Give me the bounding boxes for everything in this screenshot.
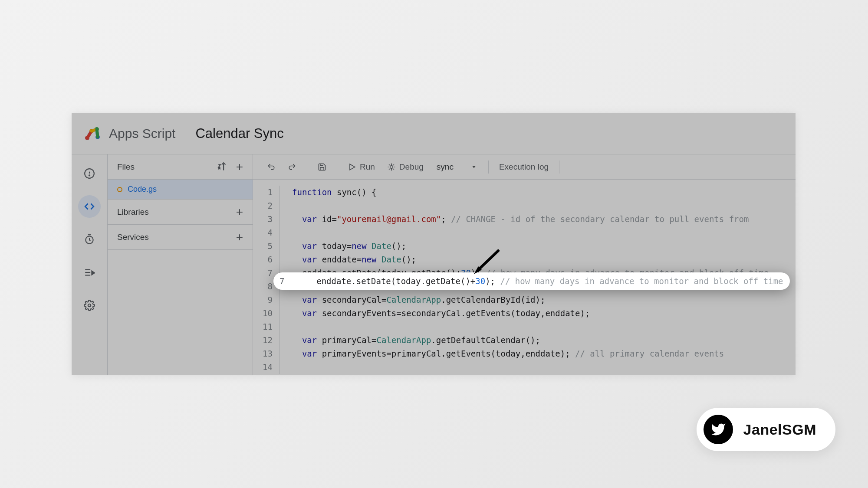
function-select[interactable]: sync <box>431 162 483 172</box>
triggers-icon[interactable] <box>78 228 101 251</box>
files-header: Files + <box>108 154 253 180</box>
svg-point-6 <box>89 175 90 176</box>
sort-az-icon[interactable] <box>217 161 228 173</box>
svg-marker-13 <box>350 164 355 170</box>
left-rail <box>72 154 107 375</box>
line-number: 13 <box>253 347 280 360</box>
titlebar: Apps Script Calendar Sync <box>72 113 796 154</box>
libraries-header: Libraries + <box>108 200 253 225</box>
app-name: Apps Script <box>109 126 175 141</box>
divider <box>307 160 307 174</box>
divider <box>337 160 337 174</box>
line-number: 9 <box>253 293 280 307</box>
overview-icon[interactable] <box>78 162 101 185</box>
function-selected: sync <box>437 162 454 172</box>
divider <box>559 160 559 174</box>
svg-point-14 <box>390 165 393 168</box>
credit-handle: JanelSGM <box>743 421 816 438</box>
file-sidebar: Files + Code.gs Libraries + Services + <box>107 154 253 375</box>
line-number: 6 <box>253 253 280 266</box>
run-label: Run <box>360 162 375 172</box>
line-number: 4 <box>253 226 280 239</box>
app-window: Apps Script Calendar Sync Files <box>72 113 796 375</box>
line-number: 14 <box>253 360 280 374</box>
undo-button[interactable] <box>262 158 281 176</box>
line-number: 12 <box>253 334 280 347</box>
chevron-down-icon <box>471 164 477 170</box>
line-number: 1 <box>253 186 280 199</box>
credit-badge[interactable]: JanelSGM <box>697 408 835 451</box>
highlight-line-number: 7 <box>279 276 296 286</box>
svg-marker-11 <box>92 271 95 275</box>
editor-panel: Run Debug sync Execution log 1function s… <box>253 154 796 375</box>
apps-script-logo-icon <box>84 125 101 142</box>
execution-log-label: Execution log <box>499 162 549 172</box>
settings-icon[interactable] <box>78 294 101 317</box>
app-body: Files + Code.gs Libraries + Services + <box>72 154 796 375</box>
line-number: 11 <box>253 320 280 334</box>
editor-icon[interactable] <box>78 195 101 218</box>
save-button[interactable] <box>312 158 332 176</box>
run-button[interactable]: Run <box>342 158 380 176</box>
editor-toolbar: Run Debug sync Execution log <box>253 154 796 180</box>
executions-icon[interactable] <box>78 261 101 284</box>
twitter-icon <box>704 415 733 444</box>
line-number: 2 <box>253 199 280 213</box>
line-number: 3 <box>253 213 280 226</box>
line-number: 10 <box>253 307 280 320</box>
unsaved-indicator-icon <box>117 187 122 192</box>
file-name: Code.gs <box>128 185 157 194</box>
services-header: Services + <box>108 225 253 250</box>
add-library-icon[interactable]: + <box>236 205 243 219</box>
redo-button[interactable] <box>283 158 302 176</box>
svg-point-12 <box>88 304 91 307</box>
debug-button[interactable]: Debug <box>382 158 429 176</box>
project-name[interactable]: Calendar Sync <box>195 126 283 141</box>
add-service-icon[interactable]: + <box>236 230 243 244</box>
debug-label: Debug <box>399 162 424 172</box>
add-file-icon[interactable]: + <box>236 160 243 174</box>
svg-marker-15 <box>472 166 475 168</box>
execution-log-button[interactable]: Execution log <box>494 158 554 176</box>
highlighted-line: 7 enddate.setDate(today.getDate()+30); /… <box>273 272 790 290</box>
files-label: Files <box>117 162 135 172</box>
divider <box>488 160 489 174</box>
file-item-code-gs[interactable]: Code.gs <box>108 180 253 200</box>
line-number: 5 <box>253 239 280 253</box>
libraries-label: Libraries <box>117 207 149 217</box>
services-label: Services <box>117 233 149 242</box>
